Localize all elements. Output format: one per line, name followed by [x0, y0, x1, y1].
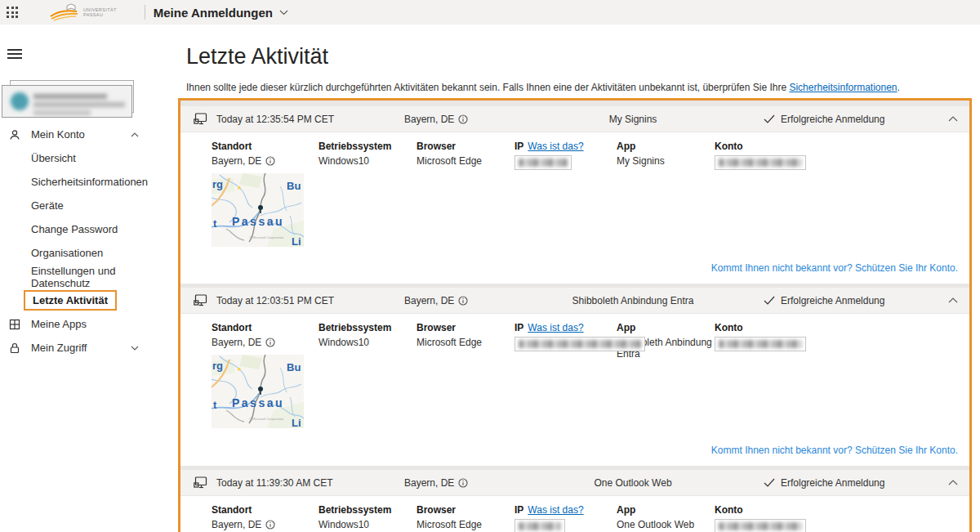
standort-value: Bayern, DE — [212, 519, 261, 530]
map-label: Li — [292, 417, 301, 428]
info-icon[interactable] — [458, 478, 468, 488]
sidebar-item-label: Mein Zugriff — [31, 342, 87, 354]
info-icon[interactable] — [265, 338, 275, 347]
detail-browser: Browser Microsoft Edge — [416, 141, 514, 247]
detail-standort: Standort Bayern, DE — [212, 504, 318, 532]
location-map: rg Bu t Passau Li © Microsoft Corporatio… — [212, 355, 304, 428]
sidebar-item-label: Organisationen — [31, 247, 103, 259]
konto-value-redacted — [715, 155, 806, 170]
protect-account-link[interactable]: Kommt Ihnen nicht bekannt vor? Schützen … — [711, 445, 958, 456]
portal-title-dropdown[interactable]: Meine Anmeldungen — [154, 6, 288, 20]
info-icon[interactable] — [458, 296, 468, 306]
browser-label: Browser — [416, 504, 514, 516]
map-label: Bu — [287, 361, 301, 373]
map-label: rg — [212, 360, 223, 372]
was-ist-das-link[interactable]: Was ist das? — [528, 504, 583, 516]
sidebar-item-label: Übersicht — [31, 152, 76, 164]
sidebar-item-letzte-aktivitaet-active[interactable]: Letzte Aktivität — [0, 288, 173, 312]
sidebar-item-label: Einstellungen und Datenschutz — [31, 265, 173, 289]
chevron-down-icon — [131, 346, 139, 351]
university-passau-logo[interactable]: UNIVERSITÄT PASSAU — [49, 3, 117, 21]
sicherheitsinformationen-link[interactable]: Sicherheitsinformationen — [789, 82, 897, 93]
map-attribution: © Microsoft Corporation — [249, 235, 283, 239]
location-map: rg Bu t Passau Li © Microsoft Corporatio… — [212, 173, 304, 247]
menu-toggle-icon[interactable] — [7, 47, 22, 61]
detail-konto: Konto — [715, 322, 956, 428]
checkmark-icon — [764, 478, 775, 487]
ip-label: IP — [514, 322, 523, 333]
sidebar-item-label: Meine Apps — [31, 318, 87, 330]
activity-card-header[interactable]: Today at 11:39:30 AM CET Bayern, DE One … — [180, 470, 969, 496]
was-ist-das-link[interactable]: Was ist das? — [528, 322, 583, 333]
activity-card-header[interactable]: Today at 12:35:54 PM CET Bayern, DE My S… — [180, 106, 969, 132]
top-bar: UNIVERSITÄT PASSAU Meine Anmeldungen — [0, 0, 980, 25]
activity-app-name: Shibboleth Anbindung Entra — [568, 295, 698, 306]
info-icon[interactable] — [458, 114, 468, 124]
detail-konto: Konto — [715, 504, 956, 532]
lock-icon — [8, 342, 21, 355]
sidebar-item-uebersicht[interactable]: Übersicht — [0, 146, 173, 170]
os-value: Windows10 — [318, 519, 416, 530]
protect-account-link[interactable]: Kommt Ihnen nicht bekannt vor? Schützen … — [711, 262, 958, 274]
detail-os: Betriebssystem Windows10 — [318, 322, 416, 428]
sidebar-item-einstellungen[interactable]: Einstellungen und Datenschutz — [0, 265, 173, 288]
detail-ip: IPWas ist das? — [514, 141, 617, 247]
activity-app-name: My Signins — [568, 114, 698, 125]
map-label: Li — [292, 235, 301, 247]
sidebar-item-organisationen[interactable]: Organisationen — [0, 241, 173, 265]
sidebar-item-meine-apps[interactable]: Meine Apps — [0, 312, 173, 336]
info-icon[interactable] — [265, 156, 275, 166]
detail-konto: Konto — [715, 141, 956, 247]
browser-label: Browser — [416, 322, 514, 333]
activity-location: Bayern, DE — [404, 295, 454, 306]
description-period: . — [898, 82, 900, 93]
konto-label: Konto — [715, 141, 956, 152]
chevron-down-icon — [279, 10, 288, 16]
activity-time: Today at 11:39:30 AM CET — [216, 477, 404, 489]
sidebar-item-sicherheitsinformationen[interactable]: Sicherheitsinformationen — [0, 170, 173, 194]
konto-label: Konto — [715, 504, 956, 516]
app-label: App — [617, 141, 715, 152]
app-label: App — [617, 504, 715, 516]
os-label: Betriebssystem — [318, 141, 416, 152]
collapse-chevron-icon[interactable] — [937, 297, 969, 303]
sidebar-item-mein-zugriff[interactable]: Mein Zugriff — [0, 336, 173, 360]
standort-value: Bayern, DE — [212, 337, 261, 348]
activity-location: Bayern, DE — [404, 477, 454, 489]
activity-app-name: One Outlook Web — [568, 477, 698, 489]
description-text: Ihnen sollte jede dieser kürzlich durchg… — [186, 82, 789, 93]
detail-os: Betriebssystem Windows10 — [318, 141, 416, 247]
portal-title: Meine Anmeldungen — [154, 6, 273, 20]
activity-card-header[interactable]: Today at 12:03:51 PM CET Bayern, DE Shib… — [180, 288, 969, 314]
checkmark-icon — [764, 114, 775, 123]
app-launcher-icon[interactable] — [0, 0, 24, 25]
os-value: Windows10 — [318, 337, 416, 348]
standort-label: Standort — [212, 504, 318, 516]
sidebar-item-change-password[interactable]: Change Password — [0, 217, 173, 241]
collapse-chevron-icon[interactable] — [937, 116, 969, 122]
os-label: Betriebssystem — [318, 322, 416, 333]
map-label: rg — [212, 178, 223, 190]
map-label-passau: Passau — [232, 396, 284, 409]
info-icon[interactable] — [265, 520, 275, 530]
map-label-passau: Passau — [232, 215, 284, 228]
sidebar-item-mein-konto[interactable]: Mein Konto — [0, 123, 173, 146]
activity-card: Today at 11:39:30 AM CET Bayern, DE One … — [180, 470, 969, 532]
logo-text-line2: PASSAU — [83, 12, 117, 17]
sidebar-item-geraete[interactable]: Geräte — [0, 194, 173, 217]
detail-app: App One Outlook Web — [617, 504, 715, 532]
page-title: Letzte Aktivität — [186, 44, 980, 69]
map-label: t — [213, 217, 217, 230]
ip-label: IP — [514, 141, 523, 152]
map-label: t — [213, 399, 217, 411]
main-content: Letzte Aktivität Ihnen sollte jede diese… — [173, 25, 980, 532]
activity-status: Erfolgreiche Anmeldung — [781, 114, 884, 125]
ip-label: IP — [514, 504, 523, 516]
was-ist-das-link[interactable]: Was ist das? — [528, 141, 583, 152]
detail-browser: Browser Microsoft Edge — [416, 322, 514, 428]
browser-value: Microsoft Edge — [416, 155, 514, 167]
detail-standort: Standort Bayern, DE — [212, 322, 318, 428]
collapse-chevron-icon[interactable] — [937, 480, 969, 485]
activity-card-body: Standort Bayern, DE — [180, 314, 969, 466]
sidebar-item-label: Mein Konto — [31, 128, 85, 141]
